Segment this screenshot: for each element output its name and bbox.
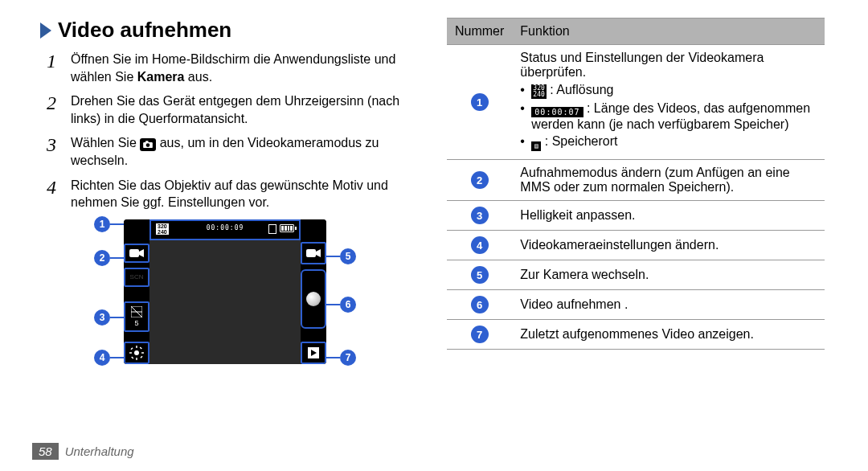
callout-7: 7 [340,350,356,366]
step-number: 1 [40,51,63,71]
svg-rect-12 [140,346,142,349]
callout-line [324,304,340,305]
svg-rect-15 [308,347,319,358]
row-bullet: 320240 : Auflösung [520,83,817,99]
video-mode-icon [124,244,149,263]
step-item: 4 Richten Sie das Objektiv auf das gewün… [40,177,410,211]
svg-rect-11 [140,355,142,358]
svg-point-5 [134,350,139,355]
page-number: 58 [32,443,59,460]
callout-4: 4 [94,350,110,366]
brightness-icon: 5 [124,301,149,332]
settings-icon [124,342,149,364]
row-number-icon: 3 [471,207,489,224]
svg-rect-1 [145,141,149,143]
svg-rect-14 [306,249,316,257]
svg-rect-6 [136,346,137,348]
record-button [301,269,326,329]
svg-rect-9 [141,352,144,354]
scene-mode-icon: SCN [124,268,149,287]
callout-line [324,256,340,257]
callout-6: 6 [340,297,356,313]
table-row: 6 Video aufnehmen . [447,290,825,320]
table-header-number: Nummer [447,18,512,45]
step-number: 2 [40,92,63,113]
row-number-icon: 2 [471,171,489,189]
resolution-badge: 320 240 [156,223,169,235]
timecode-label: 00:00:09 [207,224,244,231]
row-bullet: ▤ : Speicherort [520,134,817,151]
chevron-right-icon [40,23,51,39]
row-function-cell: Status und Einstellungen der Videokamera… [512,45,825,160]
row-number-icon: 5 [471,266,489,284]
camera-status-bar: 320 240 00:00:09 [149,219,301,240]
row-number-icon: 4 [471,236,489,254]
table-row: 4 Videokameraeinstellungen ändern. [447,231,825,260]
row-function-cell: Helligkeit anpassen. [512,201,825,231]
page-footer: 58 Unterhaltung [32,443,134,460]
row-function-cell: Video aufnehmen . [512,290,825,320]
timecode-mini-icon: 00:00:07 [531,107,583,117]
svg-rect-4 [131,306,142,317]
row-intro: Status und Einstellungen der Videokamera… [520,51,764,79]
callout-2: 2 [94,250,110,266]
camera-screen: 320 240 00:00:09 SCN 5 [124,219,326,364]
step-text: Öffnen Sie im Home-Bildschirm die Anwend… [71,51,410,85]
steps-list: 1 Öffnen Sie im Home-Bildschirm die Anwe… [40,51,410,211]
reference-table: Nummer Funktion 1 Status und Einstellung… [447,18,825,350]
storage-icon [268,224,276,234]
step-text: Wählen Sie aus, um in den Videokameramod… [71,134,410,169]
row-number-icon: 1 [471,93,489,111]
callout-1: 1 [94,216,110,232]
row-function-cell: Aufnahmemodus ändern (zum Anfügen an ein… [512,160,825,201]
table-row: 1 Status und Einstellungen der Videokame… [447,45,825,160]
callout-3: 3 [94,309,110,326]
camera-icon [140,138,156,151]
camera-preview-diagram: 1 2 3 4 5 6 7 320 240 [92,219,358,364]
step-item: 3 Wählen Sie aus, um in den Videokameram… [40,134,410,169]
step-item: 1 Öffnen Sie im Home-Bildschirm die Anwe… [40,51,410,85]
svg-rect-13 [131,356,133,358]
table-row: 5 Zur Kamera wechseln. [447,260,825,290]
row-number-icon: 7 [471,326,489,343]
section-heading: Video aufnehmen [40,18,410,43]
svg-rect-10 [130,347,133,350]
table-row: 7 Zuletzt aufgenommenes Video anzeigen. [447,320,825,350]
right-column: Nummer Funktion 1 Status und Einstellung… [447,18,825,364]
table-header-function: Funktion [512,18,825,45]
heading-text: Video aufnehmen [58,18,231,43]
battery-icon [280,224,294,232]
left-column: Video aufnehmen 1 Öffnen Sie im Home-Bil… [40,18,410,364]
callout-5: 5 [340,248,356,264]
row-function-cell: Videokameraeinstellungen ändern. [512,231,825,260]
svg-rect-8 [129,352,132,354]
switch-to-camera-icon [301,242,326,264]
svg-rect-7 [136,358,137,360]
step-text: Drehen Sie das Gerät entgegen dem Uhrzei… [71,92,410,127]
row-function-cell: Zur Kamera wechseln. [512,260,825,290]
table-row: 3 Helligkeit anpassen. [447,201,825,231]
step-number: 3 [40,134,63,154]
step-number: 4 [40,177,63,197]
step-item: 2 Drehen Sie das Gerät entgegen dem Uhrz… [40,92,410,127]
resolution-mini-icon: 320240 [531,84,546,99]
play-last-icon [301,342,326,364]
callout-line [324,357,340,358]
row-function-cell: Zuletzt aufgenommenes Video anzeigen. [512,320,825,350]
row-number-icon: 6 [471,296,489,313]
row-bullet: 00:00:07 : Länge des Videos, das aufgeno… [520,101,817,132]
storage-mini-icon: ▤ [531,141,541,151]
section-name: Unterhaltung [65,444,134,458]
table-row: 2 Aufnahmemodus ändern (zum Anfügen an e… [447,160,825,201]
svg-point-2 [146,144,150,148]
step-text: Richten Sie das Objektiv auf das gewünsc… [71,177,410,211]
svg-rect-3 [129,249,139,257]
